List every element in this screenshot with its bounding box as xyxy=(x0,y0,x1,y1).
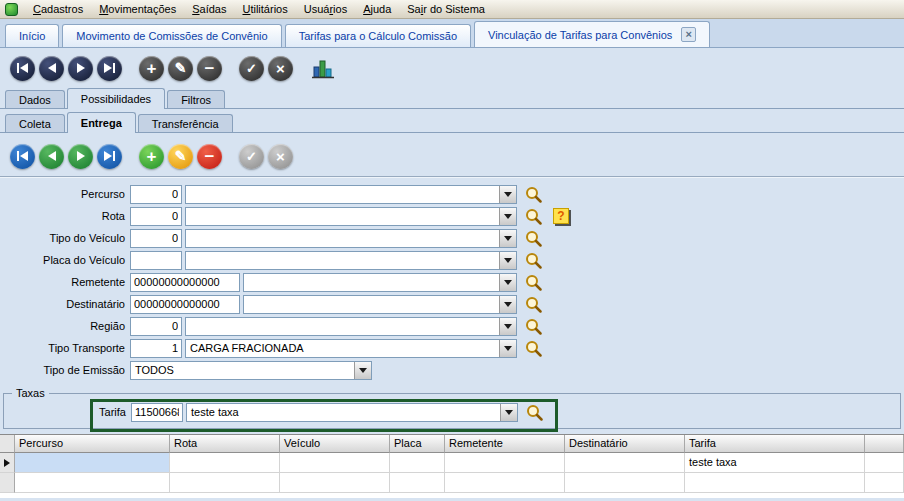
tarifa-combo[interactable]: teste taxa xyxy=(186,403,518,422)
chevron-down-icon[interactable] xyxy=(499,230,516,247)
chevron-down-icon[interactable] xyxy=(499,340,516,357)
menu-item-movimentacoes[interactable]: Movimentações xyxy=(91,1,184,17)
cell-percurso[interactable] xyxy=(15,473,170,493)
chevron-down-icon[interactable] xyxy=(500,404,517,421)
chevron-down-icon[interactable] xyxy=(499,296,516,313)
tipo-transporte-combo[interactable]: CARGA FRACIONADA xyxy=(185,339,517,358)
chevron-down-icon[interactable] xyxy=(354,362,371,379)
add-button[interactable]: + xyxy=(139,56,164,81)
nav-next-button[interactable] xyxy=(68,56,93,81)
cell-remetente[interactable] xyxy=(445,453,565,473)
search-icon[interactable] xyxy=(525,318,542,335)
menu-item-sair-do-sistema[interactable]: Sair do Sistema xyxy=(399,1,493,17)
cell-veiculo[interactable] xyxy=(280,453,390,473)
chevron-down-icon[interactable] xyxy=(499,252,516,269)
percurso-combo[interactable] xyxy=(185,185,517,204)
chart-button[interactable] xyxy=(311,57,335,79)
record-prev-button[interactable] xyxy=(39,144,64,169)
tab-coleta[interactable]: Coleta xyxy=(5,114,65,132)
cell-destinatario[interactable] xyxy=(565,453,685,473)
search-icon[interactable] xyxy=(525,274,542,291)
nav-prev-button[interactable] xyxy=(39,56,64,81)
cell-tarifa[interactable]: teste taxa xyxy=(685,453,865,473)
tab-transferencia[interactable]: Transferência xyxy=(138,114,233,132)
placa-veiculo-code-input[interactable] xyxy=(130,251,182,270)
search-icon[interactable] xyxy=(525,230,542,247)
record-next-button[interactable] xyxy=(68,144,93,169)
tab-possibilidades[interactable]: Possibilidades xyxy=(67,88,165,109)
menu-item-saidas[interactable]: Saídas xyxy=(184,1,234,17)
close-icon[interactable]: × xyxy=(681,27,696,42)
regiao-combo[interactable] xyxy=(185,317,517,336)
help-icon[interactable]: ? xyxy=(553,208,569,224)
tab-vinculacao-tarifas-convenios[interactable]: Vinculação de Tarifas para Convênios × xyxy=(474,21,710,47)
chevron-down-icon[interactable] xyxy=(499,208,516,225)
regiao-code-input[interactable] xyxy=(130,317,182,336)
cell-placa[interactable] xyxy=(390,453,445,473)
placa-veiculo-combo[interactable] xyxy=(185,251,517,270)
menu-item-usuarios[interactable]: Usuários xyxy=(296,1,355,17)
tab-inicio[interactable]: Início xyxy=(5,24,59,47)
cell-veiculo[interactable] xyxy=(280,473,390,493)
nav-first-button[interactable] xyxy=(10,56,35,81)
search-icon[interactable] xyxy=(525,340,542,357)
edit-button[interactable]: ✎ xyxy=(168,56,193,81)
search-icon[interactable] xyxy=(525,186,542,203)
cell-rota[interactable] xyxy=(170,453,280,473)
record-delete-button[interactable]: − xyxy=(197,144,222,169)
destinatario-combo[interactable] xyxy=(243,295,517,314)
cell-rota[interactable] xyxy=(170,473,280,493)
tab-dados[interactable]: Dados xyxy=(5,90,65,108)
search-icon[interactable] xyxy=(525,208,542,225)
record-first-button[interactable] xyxy=(10,144,35,169)
chevron-down-icon[interactable] xyxy=(499,318,516,335)
search-icon[interactable] xyxy=(525,252,542,269)
cell-remetente[interactable] xyxy=(445,473,565,493)
destinatario-code-input[interactable] xyxy=(130,295,240,314)
page-tabs: Dados Possibilidades Filtros xyxy=(0,88,904,109)
chevron-down-icon[interactable] xyxy=(499,274,516,291)
rota-code-input[interactable] xyxy=(130,207,182,226)
tab-filtros[interactable]: Filtros xyxy=(167,90,225,108)
tipo-transporte-code-input[interactable] xyxy=(130,339,182,358)
grid-header-tarifa[interactable]: Tarifa xyxy=(685,435,865,453)
search-icon[interactable] xyxy=(525,296,542,313)
cell-placa[interactable] xyxy=(390,473,445,493)
record-last-button[interactable] xyxy=(97,144,122,169)
nav-last-button[interactable] xyxy=(97,56,122,81)
grid-header-placa[interactable]: Placa xyxy=(390,435,445,453)
tab-tarifas-calculo-comissao[interactable]: Tarifas para o Cálculo Comissão xyxy=(285,24,471,47)
remetente-combo[interactable] xyxy=(243,273,517,292)
cancel-button[interactable]: × xyxy=(268,56,293,81)
grid-header-percurso[interactable]: Percurso xyxy=(15,435,170,453)
grid-header-rota[interactable]: Rota xyxy=(170,435,280,453)
rota-combo[interactable] xyxy=(185,207,517,226)
tab-entrega[interactable]: Entrega xyxy=(67,112,136,133)
cell-destinatario[interactable] xyxy=(565,473,685,493)
tipo-emissao-combo[interactable]: TODOS xyxy=(130,361,372,380)
delete-button[interactable]: − xyxy=(197,56,222,81)
menu-item-cadastros[interactable]: Cadastros xyxy=(25,1,91,17)
percurso-code-input[interactable] xyxy=(130,185,182,204)
tipo-veiculo-combo[interactable] xyxy=(185,229,517,248)
tipo-veiculo-code-input[interactable] xyxy=(130,229,182,248)
remetente-code-input[interactable] xyxy=(130,273,240,292)
grid-header-remetente[interactable]: Remetente xyxy=(445,435,565,453)
menu-item-utilitarios[interactable]: Utilitários xyxy=(234,1,295,17)
grid-header-veiculo[interactable]: Veículo xyxy=(280,435,390,453)
cell-percurso[interactable] xyxy=(15,453,170,473)
search-icon[interactable] xyxy=(526,404,543,421)
record-cancel-button[interactable]: × xyxy=(268,144,293,169)
record-confirm-button[interactable]: ✓ xyxy=(239,144,264,169)
next-record-icon xyxy=(77,63,85,73)
tab-movimento-comissoes-convenio[interactable]: Movimento de Comissões de Convênio xyxy=(62,24,281,47)
record-edit-button[interactable]: ✎ xyxy=(168,144,193,169)
prev-record-icon xyxy=(48,63,56,73)
menu-item-ajuda[interactable]: Ajuda xyxy=(355,1,399,17)
confirm-button[interactable]: ✓ xyxy=(239,56,264,81)
chevron-down-icon[interactable] xyxy=(499,186,516,203)
record-add-button[interactable]: + xyxy=(139,144,164,169)
cell-tarifa[interactable] xyxy=(685,473,865,493)
tarifa-code-input[interactable] xyxy=(131,403,183,422)
grid-header-destinatario[interactable]: Destinatário xyxy=(565,435,685,453)
